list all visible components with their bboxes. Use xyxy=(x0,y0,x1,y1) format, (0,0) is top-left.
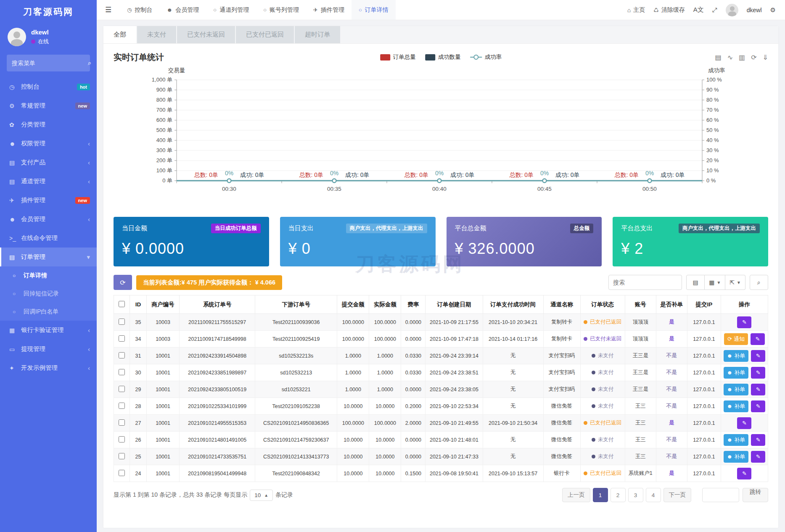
user-avatar[interactable] xyxy=(726,4,738,16)
edit-button[interactable]: ✎ xyxy=(737,468,751,479)
sidebar-item-在线命令管理[interactable]: >_在线命令管理 xyxy=(0,229,97,248)
search-icon[interactable]: ⌕ xyxy=(88,59,91,67)
table-search-input[interactable] xyxy=(608,275,682,290)
status-label: 已支付未返回 xyxy=(590,336,621,342)
toggle-view-button[interactable]: ▤ xyxy=(686,275,705,290)
sidebar-item-提现管理[interactable]: ▭提现管理‹ xyxy=(0,340,97,358)
sidebar-search-input[interactable] xyxy=(12,60,88,66)
brand-logo: 刀客源码网 xyxy=(0,0,97,24)
tab-未支付[interactable]: 未支付 xyxy=(137,26,176,43)
sidebar-search[interactable]: ⌕ xyxy=(7,55,90,71)
edit-button[interactable]: ✎ xyxy=(751,367,765,379)
clear-cache-link[interactable]: ♺清除缓存 xyxy=(653,6,685,14)
edit-button[interactable]: ✎ xyxy=(737,417,751,429)
nav-item-控制台[interactable]: ◷控制台 xyxy=(120,0,159,20)
legend-item-成功率[interactable]: 成功率 xyxy=(470,53,502,61)
page-button-1[interactable]: 1 xyxy=(593,488,608,502)
bar-chart-icon[interactable]: ▥ xyxy=(739,53,745,61)
notify-button[interactable]: ⟳通知 xyxy=(724,333,748,345)
row-checkbox[interactable] xyxy=(119,453,125,459)
supplement-button[interactable]: ☻补单 xyxy=(724,367,749,379)
edit-button[interactable]: ✎ xyxy=(737,316,751,328)
page-button-2[interactable]: 2 xyxy=(611,488,626,502)
cell-actual: 10.0000 xyxy=(369,398,401,415)
edit-button[interactable]: ✎ xyxy=(751,350,765,362)
row-checkbox[interactable] xyxy=(119,386,125,392)
row-checkbox[interactable] xyxy=(119,419,125,426)
sidebar-item-常规管理[interactable]: ⚙常规管理new xyxy=(0,96,97,115)
cell-reissue: 不是 xyxy=(656,381,687,398)
legend-item-订单总量[interactable]: 订单总量 xyxy=(380,53,416,61)
row-checkbox[interactable] xyxy=(119,352,125,358)
cell-merchant: 10001 xyxy=(147,364,180,381)
per-page-select[interactable]: 10▲ xyxy=(250,490,273,501)
prev-page-button[interactable]: 上一页 xyxy=(562,488,590,502)
cell-reissue: 不是 xyxy=(656,432,687,448)
row-checkbox[interactable] xyxy=(119,403,125,409)
columns-button[interactable]: ▦ ▼ xyxy=(705,275,725,290)
nav-item-账号列管理[interactable]: ○账号列管理 xyxy=(256,0,306,20)
row-checkbox[interactable] xyxy=(119,369,125,375)
cell-down_no: Test2021100939036 xyxy=(255,314,337,331)
next-page-button[interactable]: 下一页 xyxy=(663,488,692,502)
data-view-icon[interactable]: ▤ xyxy=(715,53,722,61)
sidebar-subitem-订单详情[interactable]: ○订单详情 xyxy=(0,266,97,284)
supplement-button[interactable]: ☻补单 xyxy=(724,350,749,362)
nav-item-订单详情[interactable]: ○订单详情 xyxy=(352,0,396,20)
home-link[interactable]: ⌂主页 xyxy=(627,6,645,14)
search-button[interactable]: ⌕ xyxy=(750,275,768,290)
jump-button[interactable]: 跳转 xyxy=(743,488,768,502)
orders-chart: 1,000 单100 %900 单90 %800 单80 %700 单70 %6… xyxy=(114,65,768,209)
supplement-label: 补单 xyxy=(734,352,745,360)
nav-item-插件管理[interactable]: ✈插件管理 xyxy=(306,0,352,20)
sidebar-item-订单管理[interactable]: ▤订单管理▾ xyxy=(0,248,97,266)
nav-item-会员管理[interactable]: ☻会员管理 xyxy=(160,0,206,20)
settings-gears-icon[interactable]: ⚙ xyxy=(770,6,776,14)
row-checkbox[interactable] xyxy=(119,436,125,442)
sidebar-item-通道管理[interactable]: ▤通道管理‹ xyxy=(0,172,97,191)
supplement-button[interactable]: ☻补单 xyxy=(724,384,749,395)
svg-text:20 %: 20 % xyxy=(706,157,719,163)
export-button[interactable]: ⇱ ▼ xyxy=(725,275,745,290)
sidebar-subitem-回调IP白名单[interactable]: ○回调IP白名单 xyxy=(0,303,97,321)
supplement-button[interactable]: ☻补单 xyxy=(724,434,749,446)
sidebar-item-分类管理[interactable]: ✿分类管理 xyxy=(0,115,97,134)
translate-icon[interactable]: A文 xyxy=(693,6,704,14)
row-checkbox[interactable] xyxy=(119,319,125,325)
refresh-button[interactable]: ⟳ xyxy=(114,275,132,290)
tab-全部[interactable]: 全部 xyxy=(103,26,136,43)
nav-item-通道列管理[interactable]: ○通道列管理 xyxy=(206,0,256,20)
select-all-checkbox[interactable] xyxy=(119,301,125,307)
topbar-username[interactable]: dkewl xyxy=(747,7,762,13)
sidebar-item-会员管理[interactable]: ☻会员管理‹ xyxy=(0,210,97,229)
hamburger-icon[interactable]: ☰ xyxy=(97,5,120,14)
jump-page-input[interactable] xyxy=(702,488,739,502)
supplement-button[interactable]: ☻补单 xyxy=(724,400,749,412)
tab-已支付已返回[interactable]: 已支付已返回 xyxy=(236,26,294,43)
refresh-icon[interactable]: ⟳ xyxy=(751,53,756,61)
sidebar-item-支付产品[interactable]: ▤支付产品‹ xyxy=(0,153,97,172)
edit-button[interactable]: ✎ xyxy=(751,400,765,412)
sidebar-subitem-回掉短信记录[interactable]: ○回掉短信记录 xyxy=(0,284,97,303)
line-chart-icon[interactable]: ∿ xyxy=(727,53,733,61)
page-button-3[interactable]: 3 xyxy=(628,488,643,502)
row-checkbox[interactable] xyxy=(119,470,125,476)
sidebar-item-权限管理[interactable]: ☻权限管理‹ xyxy=(0,134,97,153)
edit-button[interactable]: ✎ xyxy=(751,434,765,446)
page-button-4[interactable]: 4 xyxy=(646,488,661,502)
tab-已支付未返回[interactable]: 已支付未返回 xyxy=(177,26,235,43)
tab-超时订单[interactable]: 超时订单 xyxy=(295,26,340,43)
sidebar-item-开发示例管理[interactable]: ✦开发示例管理‹ xyxy=(0,358,97,377)
row-checkbox[interactable] xyxy=(119,335,125,342)
fullscreen-icon[interactable]: ⤢ xyxy=(712,6,717,14)
download-icon[interactable]: ⇓ xyxy=(763,53,768,61)
edit-button[interactable]: ✎ xyxy=(751,451,765,463)
edit-button[interactable]: ✎ xyxy=(751,333,765,345)
legend-item-成功数量[interactable]: 成功数量 xyxy=(425,53,461,61)
sidebar-item-插件管理[interactable]: ✈插件管理new xyxy=(0,191,97,210)
sidebar-item-控制台[interactable]: ◷控制台hot xyxy=(0,77,97,96)
supplement-button[interactable]: ☻补单 xyxy=(724,451,749,463)
cell-created: 2021-09-08 19:50:41 xyxy=(426,465,483,482)
sidebar-item-银行卡验证管理[interactable]: ▦银行卡验证管理‹ xyxy=(0,321,97,340)
edit-button[interactable]: ✎ xyxy=(751,384,765,395)
